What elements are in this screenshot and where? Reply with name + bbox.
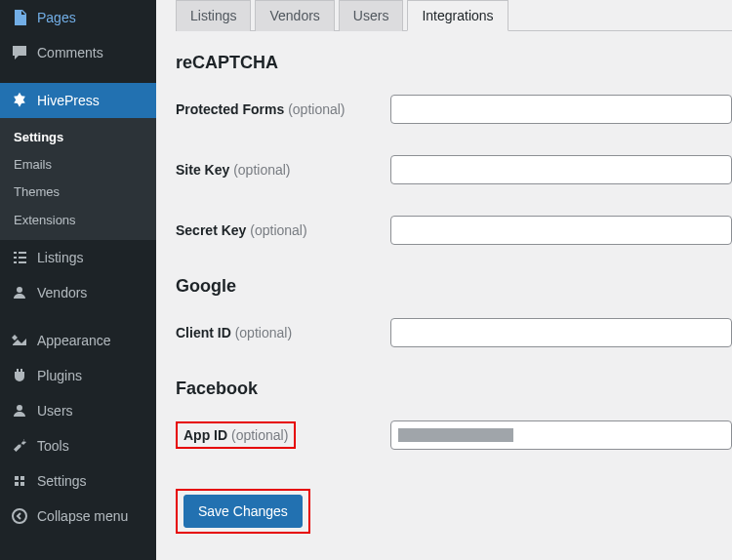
- input-protected-forms[interactable]: [390, 95, 732, 124]
- field-protected-forms: Protected Forms (optional): [176, 95, 732, 124]
- section-title-facebook: Facebook: [176, 379, 732, 399]
- highlight-app-id-label: App ID (optional): [176, 421, 296, 449]
- sidebar-label-comments: Comments: [37, 44, 103, 61]
- submenu-item-emails[interactable]: Emails: [0, 151, 156, 179]
- section-title-recaptcha: reCAPTCHA: [176, 53, 732, 73]
- sidebar-item-plugins[interactable]: Plugins: [0, 358, 156, 393]
- sidebar-label-collapse: Collapse menu: [37, 507, 128, 525]
- save-button[interactable]: Save Changes: [183, 495, 303, 528]
- label-app-id: App ID (optional): [176, 421, 390, 449]
- main-content: Listings Vendors Users Integrations reCA…: [156, 0, 732, 560]
- field-client-id: Client ID (optional): [176, 318, 732, 347]
- sidebar-label-listings: Listings: [37, 249, 83, 266]
- submenu-item-themes[interactable]: Themes: [0, 179, 156, 206]
- settings-tabs: Listings Vendors Users Integrations: [176, 0, 732, 31]
- svg-point-0: [13, 509, 26, 523]
- vendors-icon: [10, 283, 29, 302]
- settings-icon: [10, 471, 29, 491]
- sidebar-label-settings: Settings: [37, 472, 87, 490]
- sidebar-item-listings[interactable]: Listings: [0, 240, 156, 275]
- highlight-save-button: Save Changes: [176, 489, 310, 534]
- sidebar-label-users: Users: [37, 402, 73, 420]
- hivepress-icon: [10, 91, 29, 110]
- sidebar-label-tools: Tools: [37, 437, 69, 455]
- save-row: Save Changes: [176, 489, 732, 534]
- input-site-key[interactable]: [390, 155, 732, 184]
- tab-vendors[interactable]: Vendors: [255, 0, 334, 31]
- sidebar-item-settings[interactable]: Settings: [0, 463, 156, 499]
- tab-users[interactable]: Users: [339, 0, 404, 31]
- hivepress-submenu: Settings Emails Themes Extensions: [0, 118, 156, 240]
- plugins-icon: [10, 366, 29, 385]
- label-protected-forms: Protected Forms (optional): [176, 101, 390, 117]
- sidebar-item-appearance[interactable]: Appearance: [0, 323, 156, 358]
- sidebar-item-collapse[interactable]: Collapse menu: [0, 499, 156, 534]
- collapse-icon: [10, 506, 29, 526]
- field-app-id: App ID (optional): [176, 420, 732, 450]
- admin-sidebar: Pages Comments HivePress Settings Emails…: [0, 0, 156, 560]
- sidebar-item-hivepress[interactable]: HivePress: [0, 83, 156, 118]
- sidebar-item-comments[interactable]: Comments: [0, 35, 156, 70]
- submenu-item-settings[interactable]: Settings: [0, 124, 156, 151]
- field-secret-key: Secret Key (optional): [176, 216, 732, 245]
- listings-icon: [10, 248, 29, 267]
- comments-icon: [10, 43, 29, 62]
- pages-icon: [10, 8, 29, 27]
- input-wrap-app-id: [390, 420, 732, 450]
- tools-icon: [10, 436, 29, 456]
- menu-separator: [0, 70, 156, 83]
- label-secret-key: Secret Key (optional): [176, 222, 390, 238]
- section-title-google: Google: [176, 276, 732, 297]
- label-site-key: Site Key (optional): [176, 162, 390, 178]
- sidebar-label-appearance: Appearance: [37, 332, 111, 349]
- sidebar-label-plugins: Plugins: [37, 367, 82, 384]
- sidebar-label-pages: Pages: [37, 9, 76, 26]
- submenu-item-extensions[interactable]: Extensions: [0, 207, 156, 234]
- input-app-id[interactable]: [390, 420, 732, 450]
- input-secret-key[interactable]: [390, 216, 732, 245]
- sidebar-item-users[interactable]: Users: [0, 393, 156, 428]
- label-client-id: Client ID (optional): [176, 325, 390, 340]
- input-client-id[interactable]: [390, 318, 732, 347]
- users-icon: [10, 401, 29, 420]
- sidebar-item-tools[interactable]: Tools: [0, 428, 156, 463]
- sidebar-label-vendors: Vendors: [37, 284, 87, 301]
- sidebar-item-pages[interactable]: Pages: [0, 0, 156, 35]
- menu-separator: [0, 310, 156, 323]
- appearance-icon: [10, 331, 29, 350]
- tab-listings[interactable]: Listings: [176, 0, 251, 31]
- sidebar-label-hivepress: HivePress: [37, 92, 100, 109]
- sidebar-item-vendors[interactable]: Vendors: [0, 275, 156, 310]
- tab-integrations[interactable]: Integrations: [407, 0, 508, 31]
- field-site-key: Site Key (optional): [176, 155, 732, 184]
